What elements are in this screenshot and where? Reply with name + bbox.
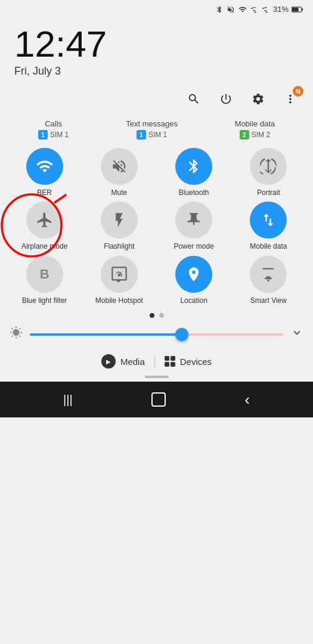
portrait-label: Portrait: [257, 188, 280, 197]
powermode-icon-circle: [175, 202, 212, 239]
sim1-text-texts: SIM 1: [148, 131, 167, 139]
sim-texts: Text messages 1 SIM 1: [126, 119, 178, 140]
brightness-slider-thumb[interactable]: [175, 328, 188, 341]
sim-data: Mobile data 2 SIM 2: [235, 119, 275, 140]
sim2-text-data: SIM 2: [252, 131, 270, 139]
media-label: Media: [120, 357, 145, 367]
bluetooth-icon-circle: [175, 148, 212, 185]
battery-text: 31%: [273, 5, 289, 14]
media-devices-row: ▶ Media Devices: [0, 347, 313, 373]
toggle-mute[interactable]: Mute: [84, 148, 154, 197]
location-icon-circle: [175, 256, 212, 293]
battery-icon: [292, 6, 303, 13]
wifi-status-icon: [238, 5, 247, 14]
devices-label: Devices: [180, 357, 212, 367]
pagination-dots: [0, 307, 313, 321]
smartview-label: Smart View: [250, 296, 287, 305]
search-icon-btn[interactable]: [183, 88, 204, 110]
mute-status-icon: [227, 5, 235, 14]
bluetooth-label: Bluetooth: [179, 188, 209, 197]
devices-grid-icon: [165, 356, 175, 367]
sim1-badge-texts: 1: [137, 130, 146, 140]
sim1-badge-calls: 1: [38, 130, 48, 140]
settings-icon-btn[interactable]: [247, 88, 269, 110]
smartview-icon-circle: [250, 256, 287, 293]
bluelight-label: Blue light filter: [22, 296, 67, 305]
svg-rect-2: [292, 7, 299, 11]
more-icon-btn[interactable]: [280, 88, 301, 110]
back-btn[interactable]: ‹: [244, 391, 250, 409]
toggle-location[interactable]: Location: [159, 256, 229, 305]
recent-apps-icon: |||: [63, 393, 73, 407]
calls-label: Calls: [45, 119, 62, 128]
media-play-icon: ▶: [101, 354, 116, 369]
home-btn[interactable]: [151, 392, 166, 407]
toggle-hotspot[interactable]: Mobile Hotspot: [84, 256, 154, 305]
toggle-flashlight[interactable]: Flashlight: [84, 202, 154, 250]
toggle-bluetooth[interactable]: Bluetooth: [159, 148, 229, 197]
power-icon-btn[interactable]: [215, 88, 237, 110]
mute-label: Mute: [111, 188, 128, 197]
portrait-icon-circle: [250, 148, 287, 185]
status-icons: 31%: [215, 5, 303, 14]
quick-actions-row: [0, 82, 313, 116]
toggle-portrait[interactable]: Portrait: [234, 148, 303, 197]
date-display: Fri, July 3: [14, 65, 299, 78]
media-button[interactable]: ▶ Media: [101, 354, 145, 369]
mobiledata-label: Mobile data: [250, 242, 287, 250]
pill-row: [0, 373, 313, 382]
wifi-icon-circle: [26, 148, 63, 185]
time-display: 12:47: [14, 26, 299, 63]
toggle-airplane[interactable]: Airplane mode: [10, 202, 79, 250]
hotspot-icon-circle: [101, 256, 138, 293]
sim-info-row: Calls 1 SIM 1 Text messages 1 SIM 1 Mobi…: [0, 116, 313, 145]
brightness-row: [0, 321, 313, 347]
svg-rect-1: [302, 8, 303, 10]
hotspot-label: Mobile Hotspot: [95, 296, 143, 305]
status-bar: 31%: [0, 0, 313, 16]
bluelight-icon-circle: B: [26, 256, 63, 293]
brightness-slider-track[interactable]: [30, 333, 283, 336]
recent-apps-btn[interactable]: |||: [63, 393, 73, 407]
sim2-badge-data: 2: [240, 130, 249, 140]
calls-sim: 1 SIM 1: [38, 130, 69, 140]
wifi-label: BER: [37, 188, 52, 197]
mute-icon-circle: [101, 148, 138, 185]
toggle-powermode[interactable]: Power mode: [159, 202, 229, 250]
dot-2[interactable]: [159, 313, 164, 318]
texts-label: Text messages: [126, 119, 178, 128]
brightness-expand-btn[interactable]: [290, 326, 303, 342]
airplane-icon-circle: [26, 202, 63, 239]
signal2-status-icon: [262, 5, 270, 14]
dot-1[interactable]: [150, 313, 154, 318]
mobiledata-icon-circle: [250, 202, 287, 239]
back-icon: ‹: [244, 391, 250, 409]
location-label: Location: [180, 296, 207, 305]
signal1-status-icon: [250, 5, 259, 14]
nav-bar: ||| ‹: [0, 382, 313, 417]
data-label: Mobile data: [235, 119, 275, 128]
time-section: 12:47 Fri, July 3: [0, 16, 313, 82]
texts-sim: 1 SIM 1: [137, 130, 167, 140]
brightness-icon: [10, 326, 23, 342]
sim1-text-calls: SIM 1: [50, 131, 69, 139]
flashlight-label: Flashlight: [104, 242, 134, 250]
toggle-wifi[interactable]: BER: [10, 148, 79, 197]
flashlight-icon-circle: [101, 202, 138, 239]
bluetooth-status-icon: [215, 5, 224, 14]
devices-button[interactable]: Devices: [165, 356, 212, 367]
home-icon: [151, 392, 166, 407]
home-pill: [145, 376, 169, 378]
powermode-label: Power mode: [173, 242, 213, 250]
toggle-bluelight[interactable]: B Blue light filter: [10, 256, 79, 305]
sim-calls: Calls 1 SIM 1: [38, 119, 69, 140]
toggle-smartview[interactable]: Smart View: [234, 256, 303, 305]
toggle-grid: BER Mute Bluetooth Portrait: [0, 145, 313, 307]
toggle-mobiledata[interactable]: Mobile data: [234, 202, 303, 250]
data-sim: 2 SIM 2: [240, 130, 270, 140]
media-devices-divider: [154, 355, 155, 367]
airplane-label: Airplane mode: [21, 242, 67, 250]
